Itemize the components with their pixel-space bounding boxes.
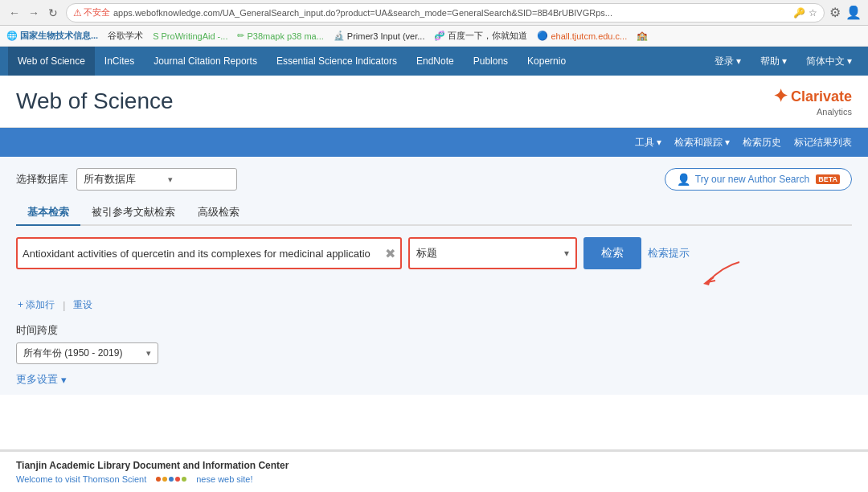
dots-decoration [156, 477, 186, 482]
extensions-icon[interactable]: ⚙ [829, 5, 841, 20]
author-search-icon: 👤 [677, 173, 690, 186]
nav-item-publons[interactable]: Publons [464, 47, 518, 76]
bookmark-item[interactable]: ✏ P38mapk p38 ma... [237, 31, 323, 41]
address-bar[interactable]: ⚠ 不安全 apps.webofknowledge.com/UA_General… [66, 3, 825, 23]
help-button[interactable]: 帮助 ▾ [752, 47, 795, 76]
svg-marker-0 [703, 277, 711, 285]
dot-4 [175, 477, 180, 482]
login-button[interactable]: 登录 ▾ [706, 47, 749, 76]
red-arrow [691, 258, 755, 298]
site-toolbar: 工具 ▾ 检索和跟踪 ▾ 检索历史 标记结果列表 [0, 128, 868, 157]
field-select-arrow-icon: ▾ [564, 248, 569, 259]
search-input-wrapper: ✖ [16, 237, 402, 269]
nav-item-esi[interactable]: Essential Science Indicators [267, 47, 407, 76]
toolbar-tools[interactable]: 工具 ▾ [635, 136, 661, 150]
beta-badge: BETA [816, 174, 840, 184]
browser-chrome: ← → ↻ ⚠ 不安全 apps.webofknowledge.com/UA_G… [0, 0, 868, 26]
footer-title: Tianjin Academic Library Document and In… [16, 460, 852, 471]
clarivate-sub-text: Analytics [817, 107, 852, 117]
db-select[interactable]: 所有数据库 ▾ [76, 168, 237, 191]
search-button[interactable]: 检索 [583, 237, 641, 269]
tab-cited-ref-search[interactable]: 被引参考文献检索 [80, 200, 186, 226]
arrow-annotation [16, 274, 852, 298]
reset-link[interactable]: 重设 [73, 298, 92, 312]
toolbar-search-track[interactable]: 检索和跟踪 ▾ [674, 136, 730, 150]
bookmark-item[interactable]: 🧬 百度一下，你就知道 [434, 30, 527, 42]
back-button[interactable]: ← [6, 5, 23, 21]
date-range-label: 时间跨度 [16, 323, 852, 338]
clarivate-logo-text: ✦ Clarivate [773, 86, 852, 107]
profile-icon[interactable]: 👤 [845, 5, 862, 20]
bookmark-item[interactable]: 🔬 Primer3 Input (ver... [334, 31, 425, 41]
nav-item-jcr[interactable]: Journal Citation Reports [144, 47, 267, 76]
tab-advanced-search[interactable]: 高级检索 [186, 200, 251, 226]
date-select-arrow-icon: ▾ [146, 348, 151, 359]
db-select-arrow-icon: ▾ [168, 174, 173, 185]
search-input[interactable] [23, 248, 385, 260]
db-selector-row: 选择数据库 所有数据库 ▾ 👤 Try our new Author Searc… [16, 168, 852, 191]
welcome-suffix: nese web site! [196, 474, 252, 484]
footer-area: Tianjin Academic Library Document and In… [0, 449, 868, 492]
main-content: 选择数据库 所有数据库 ▾ 👤 Try our new Author Searc… [0, 157, 868, 395]
site-nav-left: Web of Science InCites Journal Citation … [8, 47, 575, 76]
search-sub-row: + 添加行 | 重设 [16, 298, 852, 312]
site-navigation: Web of Science InCites Journal Citation … [0, 47, 868, 76]
dot-2 [162, 477, 167, 482]
search-tabs: 基本检索 被引参考文献检索 高级检索 [16, 200, 852, 226]
nav-item-wos[interactable]: Web of Science [8, 47, 95, 76]
bookmark-bar: 🌐 国家生物技术信息... 谷歌学术 S ProWritingAid -... … [0, 26, 868, 47]
dot-5 [182, 477, 186, 482]
site-title: Web of Science [16, 88, 174, 114]
dot-3 [169, 477, 174, 482]
security-badge: ⚠ 不安全 [73, 6, 110, 18]
clear-search-button[interactable]: ✖ [385, 246, 395, 261]
forward-button[interactable]: → [26, 5, 42, 21]
search-hint-link[interactable]: 检索提示 [648, 246, 690, 260]
footer-content: Welcome to visit Thomson Scient nese web… [16, 474, 852, 484]
db-select-text: 所有数据库 [84, 172, 136, 187]
author-search-label: Try our new Author Search [695, 174, 809, 185]
bookmark-item[interactable]: 🏫 [637, 31, 650, 41]
date-select-text: 所有年份 (1950 - 2019) [23, 346, 122, 360]
more-settings[interactable]: 更多设置 ▾ [16, 372, 67, 387]
bookmark-item[interactable]: 🌐 国家生物技术信息... [6, 30, 98, 42]
nav-item-endnote[interactable]: EndNote [407, 47, 464, 76]
db-selector-left: 选择数据库 所有数据库 ▾ [16, 168, 237, 191]
reload-button[interactable]: ↻ [45, 5, 61, 21]
field-select[interactable]: 标题 ▾ [408, 237, 577, 269]
bookmark-item[interactable]: 谷歌学术 [108, 30, 143, 42]
date-select[interactable]: 所有年份 (1950 - 2019) ▾ [16, 342, 158, 364]
tab-basic-search[interactable]: 基本检索 [16, 200, 80, 226]
more-settings-arrow-icon: ▾ [61, 374, 67, 386]
nav-item-incites[interactable]: InCites [95, 47, 144, 76]
field-select-text: 标题 [416, 246, 437, 260]
db-label: 选择数据库 [16, 172, 68, 187]
welcome-text: Welcome to visit Thomson Scient [16, 474, 146, 484]
nav-item-kopernio[interactable]: Kopernio [518, 47, 575, 76]
site-header: Web of Science ✦ Clarivate Analytics [0, 76, 868, 128]
toolbar-history[interactable]: 检索历史 [743, 136, 781, 150]
bookmark-item[interactable]: 🔵 ehall.tjutcm.edu.c... [537, 31, 627, 41]
add-row-link[interactable]: + 添加行 [18, 298, 55, 312]
bookmark-item[interactable]: S ProWritingAid -... [153, 31, 227, 41]
toolbar-marked-list[interactable]: 标记结果列表 [794, 136, 852, 150]
dot-1 [156, 477, 161, 482]
language-button[interactable]: 简体中文 ▾ [798, 47, 860, 76]
clarivate-logo: ✦ Clarivate Analytics [773, 86, 852, 117]
site-nav-right: 登录 ▾ 帮助 ▾ 简体中文 ▾ [706, 47, 860, 76]
nav-icons: ← → ↻ [6, 5, 61, 21]
browser-actions: ⚙ 👤 [829, 5, 862, 20]
date-range-section: 时间跨度 所有年份 (1950 - 2019) ▾ [16, 323, 852, 364]
author-search-button[interactable]: 👤 Try our new Author SearchBETA [665, 168, 852, 191]
address-text: apps.webofknowledge.com/UA_GeneralSearch… [113, 8, 788, 18]
